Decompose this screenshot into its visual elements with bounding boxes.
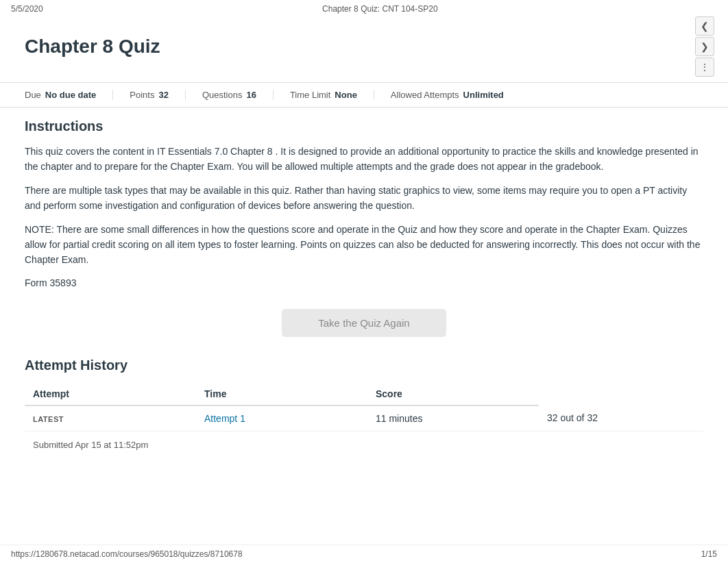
- latest-badge: LATEST: [33, 415, 64, 423]
- instructions-body: This quiz covers the content in IT Essen…: [25, 144, 703, 268]
- take-quiz-button[interactable]: Take the Quiz Again: [282, 309, 446, 337]
- date-label: 5/5/2020: [11, 4, 43, 14]
- due-label: Due: [25, 90, 41, 100]
- col-header-score: Score: [367, 383, 539, 405]
- instructions-title: Instructions: [25, 118, 703, 134]
- col-header-attempt: Attempt: [25, 383, 196, 405]
- time-limit-label: Time Limit: [290, 90, 330, 100]
- attempt-table: Attempt Time Score LATEST Attempt 1 11 m…: [25, 383, 703, 431]
- time-limit-item: Time Limit None: [290, 90, 374, 100]
- main-content: Instructions This quiz covers the conten…: [0, 113, 728, 464]
- points-label: Points: [130, 90, 154, 100]
- sidebar-icon-2[interactable]: ❯: [695, 37, 714, 56]
- table-row: LATEST Attempt 1 11 minutes 32 out of 32: [25, 405, 703, 431]
- attempt-time-cell: 11 minutes: [367, 405, 539, 431]
- points-value: 32: [158, 90, 168, 100]
- allowed-attempts-value: Unlimited: [463, 90, 504, 100]
- points-item: Points 32: [130, 90, 186, 100]
- submitted-line: Submitted Apr 15 at 11:52pm: [25, 440, 703, 450]
- instructions-para1: This quiz covers the content in IT Essen…: [25, 144, 703, 175]
- instructions-para2: There are multiple task types that may b…: [25, 183, 703, 214]
- attempt-score-cell: 32 out of 32: [539, 405, 703, 431]
- meta-bar: Due No due date Points 32 Questions 16 T…: [0, 82, 728, 108]
- questions-value: 16: [246, 90, 256, 100]
- attempt-table-header: Attempt Time Score: [25, 383, 703, 405]
- footer-url: https://1280678.netacad.com/courses/9650…: [11, 549, 243, 559]
- page-title: Chapter 8 Quiz: [25, 36, 160, 58]
- latest-badge-cell: LATEST: [25, 405, 196, 431]
- attempt-history-title: Attempt History: [25, 358, 703, 373]
- allowed-attempts-item: Allowed Attempts Unlimited: [391, 90, 520, 100]
- form-line: Form 35893: [25, 277, 703, 288]
- footer-pagination: 1/15: [701, 549, 717, 559]
- instructions-para3: NOTE: There are some small differences i…: [25, 222, 703, 268]
- questions-item: Questions 16: [202, 90, 274, 100]
- course-title: Chapter 8 Quiz: CNT 104-SP20: [322, 4, 438, 14]
- allowed-attempts-label: Allowed Attempts: [391, 90, 459, 100]
- sidebar-icon-3[interactable]: ⋮: [695, 58, 714, 77]
- attempt-link-cell: Attempt 1: [196, 405, 367, 431]
- footer-bar: https://1280678.netacad.com/courses/9650…: [0, 545, 728, 563]
- due-value: No due date: [45, 90, 96, 100]
- time-limit-value: None: [335, 90, 357, 100]
- attempt-table-body: LATEST Attempt 1 11 minutes 32 out of 32: [25, 405, 703, 431]
- sidebar-icons-container: ❮ ❯ ⋮: [695, 16, 714, 77]
- questions-label: Questions: [202, 90, 243, 100]
- col-header-time: Time: [196, 383, 367, 405]
- due-item: Due No due date: [25, 90, 113, 100]
- sidebar-icon-1[interactable]: ❮: [695, 16, 714, 36]
- attempt-link[interactable]: Attempt 1: [204, 413, 245, 424]
